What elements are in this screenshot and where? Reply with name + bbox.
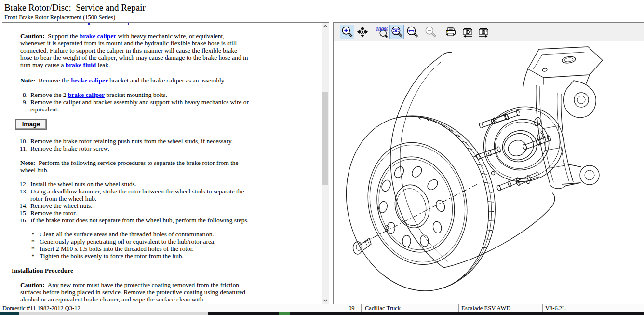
rotor-screw (353, 238, 372, 254)
print-button[interactable] (443, 25, 458, 39)
step-number: 11. (13, 145, 27, 152)
bullet-text: Generously apply penetrating oil or equi… (40, 238, 265, 245)
zoom-fit-page-button[interactable] (389, 25, 404, 39)
step-text: Remove the caliper and bracket assembly … (30, 98, 258, 113)
figure-area (334, 42, 644, 304)
text-run: Remove the caliper and bracket assembly … (30, 98, 250, 113)
status-divider (361, 304, 362, 312)
zoom-out-button[interactable] (423, 25, 438, 39)
text-run: Remove the rotor. (30, 209, 77, 217)
previous-image-icon (461, 26, 474, 38)
text-run: Remove the brake rotor screw. (30, 145, 109, 152)
zoom-in-button[interactable] (340, 25, 354, 39)
step-number: 15. (13, 209, 27, 217)
status-divider (542, 304, 543, 312)
caution-paragraph: Caution: Support the brake caliper with … (20, 32, 249, 68)
next-image-icon (477, 26, 490, 38)
inline-link[interactable]: brake caliper (71, 77, 108, 84)
step-text: Install the wheel nuts on the wheel stud… (30, 180, 258, 188)
inline-link[interactable]: brake fluid (66, 61, 96, 68)
clipped-text-fragment (88, 23, 90, 25)
text-run: Remove the (35, 77, 71, 84)
label-bold: Note: (20, 77, 35, 84)
procedure-text-pane: Caution: Support the brake caliper with … (2, 22, 329, 304)
page-title: Brake Rotor/Disc: Service and Repair (4, 2, 146, 13)
image-button[interactable]: Image (15, 119, 47, 130)
step-text: Remove the brake rotor screw. (30, 145, 258, 152)
text-run: bracket mounting bolts. (105, 91, 167, 98)
zoom-100-button[interactable]: 100% (375, 25, 389, 39)
scrollbar-thumb[interactable] (322, 92, 328, 185)
status-bar: Domestic #11 1982-2012 Q3-12 09 Cadillac… (0, 304, 644, 312)
step-number: 16. (13, 217, 27, 224)
taskbar-edge (0, 312, 644, 315)
step-number: 10. (13, 137, 27, 145)
status-divider (345, 304, 345, 312)
step-number: 14. (13, 202, 27, 209)
scroll-down-button[interactable] (322, 297, 329, 304)
zoom-in-icon (341, 26, 353, 38)
label-bold: Caution: (20, 281, 45, 288)
text-run: Remove the wheel nuts. (30, 202, 93, 209)
status-model: Escalade ESV AWD (461, 305, 510, 312)
bullet-marker: * (31, 252, 35, 260)
status-divider (458, 304, 459, 312)
image-viewer-pane: 100% (333, 22, 644, 304)
text-run: If the brake rotor does not separate fro… (30, 217, 249, 224)
step-number: 12. (13, 180, 27, 188)
label-bold: Caution: (20, 32, 45, 40)
note-paragraph: Note: Remove the brake caliper bracket a… (20, 77, 271, 84)
bullet-marker: * (31, 238, 35, 245)
bullet-text: Insert 2 M10 x 1.5 bolts into the thread… (40, 245, 265, 252)
text-run: Install the wheel nuts on the wheel stud… (30, 180, 136, 188)
vertical-scrollbar[interactable] (322, 23, 329, 304)
bullet-text: Tighten the bolts evenly to force the ro… (40, 252, 265, 260)
status-make: Cadillac Truck (365, 305, 401, 312)
step-text: Remove the 2 brake caliper bracket mount… (30, 91, 258, 98)
taskbar-segment (279, 312, 290, 315)
text-run: leak. (96, 61, 110, 68)
steering-knuckle (523, 47, 603, 189)
step-number: 8. (13, 91, 27, 98)
step-text: Remove the rotor. (30, 209, 258, 217)
step-number: 9. (13, 98, 27, 106)
text-run: bracket and the brake caliper as an asse… (108, 77, 226, 84)
brake-rotor-figure (334, 42, 644, 304)
previous-image-button[interactable] (460, 25, 475, 39)
bullet-text: Clean all the surface areas and the thre… (40, 231, 265, 238)
pan-icon (356, 26, 369, 38)
zoom-fit-width-button[interactable] (405, 25, 419, 39)
text-run: Perform the following service procedures… (20, 159, 240, 174)
pane-splitter[interactable] (330, 22, 333, 304)
step-text: Remove the brake rotor retaining push nu… (30, 137, 258, 145)
print-icon (444, 26, 457, 38)
inline-link[interactable]: brake caliper (80, 32, 116, 40)
status-dataset: Domestic #11 1982-2012 Q3-12 (2, 305, 80, 312)
hub-assembly (474, 96, 573, 192)
section-heading: Installation Procedure (12, 267, 73, 274)
caution-paragraph: Caution: Any new rotor must have the pro… (20, 281, 249, 303)
status-year: 09 (349, 305, 355, 312)
label-bold: Note: (20, 159, 35, 166)
text-run: Using a deadblow hammer, strike the roto… (30, 188, 246, 202)
note-paragraph: Note: Perform the following service proc… (20, 159, 249, 174)
bullet-marker: * (31, 231, 35, 238)
text-run: Any new rotor must have the protective c… (20, 281, 247, 303)
step-number: 13. (13, 188, 27, 195)
taskbar-segment (19, 312, 208, 315)
inline-link[interactable]: brake caliper (68, 91, 105, 98)
app-window: Brake Rotor/Disc: Service and Repair Fro… (0, 0, 644, 315)
zoom-100-icon: 100% (376, 26, 388, 38)
page-subtitle: Front Brake Rotor Replacement (1500 Seri… (4, 14, 115, 21)
next-image-button[interactable] (476, 25, 491, 39)
clipped-text-fragment (128, 23, 129, 25)
pan-button[interactable] (355, 25, 370, 39)
taskbar-segment (0, 312, 19, 315)
step-text: Using a deadblow hammer, strike the roto… (30, 188, 258, 202)
document-header: Brake Rotor/Disc: Service and Repair Fro… (0, 0, 644, 22)
text-run: Remove the brake rotor retaining push nu… (30, 137, 233, 145)
step-text: Remove the wheel nuts. (30, 202, 258, 209)
scroll-up-button[interactable] (322, 23, 329, 30)
text-run: Remove the 2 (30, 91, 68, 98)
image-toolbar: 100% (334, 23, 644, 41)
